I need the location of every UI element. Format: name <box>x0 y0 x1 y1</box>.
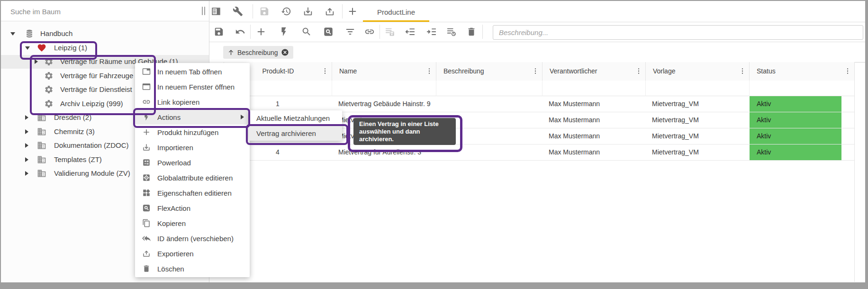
menu-item-label: Produkt hinzufügen <box>157 128 218 136</box>
tree-search-input[interactable] <box>9 4 187 19</box>
status-badge: Aktiv <box>750 112 841 128</box>
grid-undo-icon[interactable] <box>235 27 245 37</box>
column-filter-beschreibung[interactable] <box>436 81 542 96</box>
tree-item-handbuch[interactable]: Handbuch <box>1 27 209 41</box>
expander-right-icon[interactable] <box>25 171 28 176</box>
menu-item-label: Löschen <box>157 265 184 273</box>
menu-item-produkt-hinzuf-gen[interactable]: Produkt hinzufügen <box>135 125 250 140</box>
widgets-icon <box>142 189 151 197</box>
grid-collapse-icon[interactable] <box>405 27 416 37</box>
grid-expand-icon[interactable] <box>426 27 437 37</box>
column-menu-icon[interactable] <box>635 67 642 75</box>
expander-right-icon[interactable] <box>25 157 28 162</box>
status-badge: Aktiv <box>750 96 841 112</box>
column-menu-icon[interactable] <box>844 67 851 75</box>
settings-icon[interactable] <box>233 6 243 17</box>
expander-down-icon[interactable] <box>25 46 30 50</box>
tree-item-label: Archiv Leipzig (999) <box>60 99 123 108</box>
tree-search-bar <box>1 1 209 21</box>
expander-down-icon[interactable] <box>10 32 15 36</box>
menu-item-actions[interactable]: Actions <box>135 109 250 125</box>
column-menu-icon[interactable] <box>739 67 746 75</box>
column-menu-icon[interactable] <box>321 67 329 75</box>
menu-item-kopieren[interactable]: Kopieren <box>135 216 250 231</box>
menu-item-l-schen[interactable]: Löschen <box>135 261 250 276</box>
column-filter-name[interactable] <box>332 81 436 96</box>
menu-item-label: Actions <box>157 113 181 121</box>
expander-right-icon[interactable] <box>25 143 28 148</box>
grid-link-icon[interactable] <box>364 27 375 37</box>
menu-item-label: In neuem Tab öffnen <box>157 68 222 76</box>
actions-submenu: Aktuelle MietzahlungenVertrag archiviere… <box>249 110 342 141</box>
submenu-item-aktuelle-mietzahlungen[interactable]: Aktuelle Mietzahlungen <box>249 110 342 126</box>
tab-productline[interactable]: ProductLine <box>363 4 429 21</box>
column-header-verantwortlicher[interactable]: Verantwortlicher <box>542 62 645 81</box>
grid-search-icon[interactable] <box>301 27 312 37</box>
link-icon <box>142 98 151 106</box>
tree-item-label: Dresden (2) <box>54 113 91 121</box>
grid-view-history-icon[interactable] <box>446 27 457 37</box>
status-badge: Aktiv <box>750 128 841 144</box>
menu-item-in-neuem-fenster-ffnen[interactable]: In neuem Fenster öffnen <box>135 79 250 94</box>
grid-flexaction-icon[interactable] <box>323 27 334 37</box>
menu-item-link-kopieren[interactable]: Link kopieren <box>135 94 250 109</box>
menu-item-label: Exportieren <box>157 250 194 258</box>
expander-right-icon[interactable] <box>25 129 28 134</box>
menu-item-id-ndern-verschieben[interactable]: ID ändern (verschieben) <box>135 231 250 246</box>
add-tab-icon[interactable] <box>347 6 358 17</box>
restore-icon[interactable] <box>281 6 291 17</box>
building-icon <box>37 113 46 122</box>
tree-item-label: Chemnitz (3) <box>54 127 95 135</box>
table-row[interactable]: 4Mietvertrag für Aurelienstr. 3Max Muste… <box>209 144 854 161</box>
column-header-name[interactable]: Name <box>332 62 436 81</box>
menu-item-flexaction[interactable]: FlexAction <box>135 200 250 216</box>
table-row[interactable]: 1Mietvertrag Gebäude Hainstr. 9Max Muste… <box>209 96 854 112</box>
cell-verantwortlicher: Max Mustermann <box>549 100 600 108</box>
column-menu-icon[interactable] <box>532 67 539 75</box>
expander-right-icon[interactable] <box>25 115 28 120</box>
expander-right-icon[interactable] <box>35 59 38 64</box>
download-icon[interactable] <box>303 6 313 17</box>
plus-icon <box>142 128 151 136</box>
column-header-label: Name <box>339 67 357 75</box>
grid-delete-icon[interactable] <box>466 27 477 37</box>
column-header-vorlage[interactable]: Vorlage <box>645 62 749 81</box>
grid-add-icon[interactable] <box>256 27 266 37</box>
grid-filter-icon[interactable] <box>345 27 355 37</box>
building-icon <box>37 127 46 136</box>
column-filter-status[interactable] <box>749 81 854 96</box>
cell-verantwortlicher: Max Mustermann <box>549 148 600 156</box>
building-icon <box>37 155 46 164</box>
tree-item-label: Leipzig (1) <box>54 44 87 52</box>
column-header-status[interactable]: Status <box>749 62 854 81</box>
column-header-beschreibung[interactable]: Beschreibung <box>436 62 542 81</box>
grid-actions-icon[interactable] <box>279 27 289 37</box>
submenu-item-vertrag-archivieren[interactable]: Vertrag archivieren <box>249 126 342 141</box>
grid-save-icon[interactable] <box>214 27 224 37</box>
window-border-right <box>865 0 868 289</box>
menu-item-importieren[interactable]: Importieren <box>135 140 250 155</box>
column-filter-vorlage[interactable] <box>645 81 749 96</box>
sidebar-resize-handle[interactable] <box>202 7 203 15</box>
sort-chip-beschreibung[interactable]: Beschreibung <box>223 46 293 59</box>
menu-item-powerload[interactable]: Powerload <box>135 155 250 170</box>
tree-item-leipzig-1[interactable]: Leipzig (1) <box>1 41 209 55</box>
submenu-item-label: Vertrag archivieren <box>256 129 316 137</box>
menu-item-globalattribute-editieren[interactable]: Globalattribute editieren <box>135 170 250 185</box>
copy-icon <box>142 219 151 227</box>
menu-item-in-neuem-tab-ffnen[interactable]: In neuem Tab öffnen <box>135 64 250 79</box>
toolbar-separator <box>342 4 343 18</box>
remove-sort-icon[interactable] <box>281 48 289 56</box>
menu-item-eigenschaften-editieren[interactable]: Eigenschaften editieren <box>135 185 250 200</box>
menu-item-exportieren[interactable]: Exportieren <box>135 246 250 261</box>
column-menu-icon[interactable] <box>425 67 433 75</box>
sidebar-resize-handle[interactable] <box>204 7 205 15</box>
panel-layout-icon[interactable] <box>211 6 221 17</box>
grid-scrollbar-gutter[interactable] <box>854 62 855 282</box>
column-filter-verantwortlicher[interactable] <box>542 81 645 96</box>
upload-icon[interactable] <box>325 6 335 17</box>
description-filter-input[interactable] <box>493 25 863 40</box>
tooltip: Einen Vertrag in einer Liste auswählen u… <box>353 118 456 145</box>
gear-icon <box>44 57 54 66</box>
cell-vorlage: Mietvertrag_VM <box>652 116 699 124</box>
